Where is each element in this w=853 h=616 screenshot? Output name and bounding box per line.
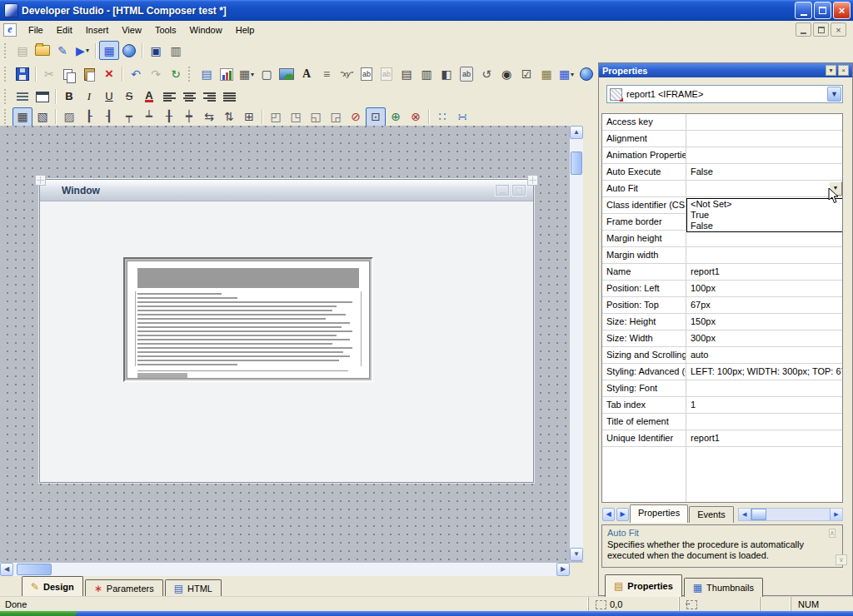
snap-to-grid-button[interactable]: ▧ [32,107,52,127]
paste-button[interactable] [79,65,99,84]
style-window-button[interactable] [32,87,52,107]
tab-parameters[interactable]: ∗Parameters [85,579,163,596]
add-link-button[interactable]: ⊕ [386,107,406,127]
grid-horizontal-scrollbar[interactable]: ◀ ▶ [738,508,843,521]
menu-insert[interactable]: Insert [79,22,116,37]
align-right-edges-button[interactable]: ┨ [99,107,119,127]
tab-properties[interactable]: Properties [630,504,688,523]
remove-link-button[interactable]: ⊗ [406,107,426,127]
tab-html[interactable]: ▤HTML [165,579,222,596]
tab-scroll-left-button[interactable]: ◀ [602,508,615,521]
new-report-button[interactable]: ▤ [12,41,32,60]
relate-bottom-left-button[interactable]: ◱ [306,107,326,127]
property-value[interactable]: 1 [686,397,842,413]
space-across-button[interactable]: ⇆ [199,107,219,127]
property-row-tab-index[interactable]: Tab index1 [602,397,842,414]
toolbar-grip[interactable] [4,89,10,104]
align-left-edges-button[interactable]: ┠ [79,107,99,127]
insert-report-button[interactable]: ▤ [197,65,217,84]
property-row-unique-identifier[interactable]: Unique Identifierreport1 [602,430,842,447]
insert-hyperlink-button[interactable] [576,65,596,84]
unlink-relationship-button[interactable]: ⊘ [346,107,366,127]
grid-scroll-thumb[interactable] [751,509,766,520]
close-button[interactable]: × [833,2,851,19]
center-vertical-button[interactable]: ╂ [159,107,179,127]
canvas-horizontal-scrollbar[interactable]: ◀ ▶ [0,563,570,576]
property-value[interactable] [686,380,842,396]
scroll-right-button[interactable]: ▶ [556,563,570,576]
canvas-vertical-scrollbar[interactable]: ▲ ▼ [570,126,583,561]
edit-report-button[interactable]: ✎ [52,41,72,60]
refresh-button[interactable]: ↻ [166,65,186,84]
toolbar-grip[interactable] [188,67,194,82]
insert-image-button[interactable] [277,65,297,84]
property-row-margin-width[interactable]: Margin width [602,247,842,264]
run-dropdown-arrow-icon[interactable]: ▾ [86,47,89,54]
align-center-button[interactable] [179,87,199,107]
form-title-bar[interactable]: Window [40,180,533,201]
insert-textarea-button[interactable]: ab [377,65,397,84]
property-row-animation-properties[interactable]: Animation Properties [602,147,842,164]
insert-text-button[interactable]: A [297,65,317,84]
explorer-tree-button[interactable]: ▦ [99,41,119,60]
panel-close-button[interactable]: × [838,65,849,76]
insert-rotation-button[interactable]: ↺ [476,65,496,84]
scroll-left-button[interactable]: ◀ [0,563,13,576]
insert-splitbox-button[interactable]: ◧ [436,65,456,84]
center-in-window-button[interactable]: ⊞ [239,107,259,127]
toolbar-grip[interactable] [4,109,10,124]
grid-scroll-right-icon[interactable]: ▶ [830,509,842,520]
save-button[interactable] [12,65,32,84]
layout-blocks-button[interactable]: ∺ [452,107,472,127]
insert-combobox-button[interactable]: ▤ [397,65,417,84]
insert-chart-button[interactable] [217,65,237,84]
open-button[interactable] [32,41,52,60]
align-left-button[interactable] [159,87,179,107]
panel-pin-button[interactable]: ▾ [826,65,836,76]
property-value[interactable]: 100px [686,281,842,296]
menu-view[interactable]: View [115,22,148,37]
mdi-close-button[interactable]: × [831,22,846,37]
menu-help[interactable]: Help [229,22,262,37]
menu-window[interactable]: Window [183,22,229,37]
property-value[interactable] [686,114,842,130]
panel-splitter[interactable] [583,126,598,576]
insert-xy-field-button[interactable]: "xy" [337,65,357,84]
property-row-margin-height[interactable]: Margin height [602,231,842,247]
cut-button[interactable]: ✂ [39,65,59,84]
property-row-auto-execute[interactable]: Auto ExecuteFalse [602,164,842,181]
tab-design[interactable]: ✎Design [22,576,83,596]
italic-button[interactable]: I [79,87,99,107]
mdi-restore-button[interactable] [813,22,829,37]
show-grid-button[interactable]: ▦ [12,107,32,127]
minimize-button[interactable] [795,2,812,19]
insert-table-dropdown-arrow-icon[interactable]: ▾ [251,71,254,78]
property-value[interactable]: report1 [686,264,842,280]
align-bottom-edges-button[interactable]: ┷ [139,107,159,127]
description-scroll-up-button[interactable]: ∧ [829,529,836,538]
property-row-styling-advanced-css[interactable]: Styling: Advanced (CSS)LEFT: 100px; WIDT… [602,364,842,380]
command-console-button[interactable]: ▣ [146,41,166,60]
designed-window-form[interactable]: Window [39,179,534,483]
property-value[interactable]: 300px [686,330,842,346]
relate-top-right-button[interactable]: ◳ [286,107,306,127]
property-value[interactable] [686,247,842,263]
space-down-button[interactable]: ⇅ [219,107,239,127]
property-value[interactable]: 150px [686,314,842,330]
property-value[interactable] [686,231,842,246]
property-row-auto-fit[interactable]: Auto Fit▼ [602,181,842,197]
font-color-button[interactable]: A [139,87,159,107]
toolbar-grip[interactable] [4,43,10,58]
menu-edit[interactable]: Edit [50,22,79,37]
insert-radio-button[interactable]: ◉ [496,65,516,84]
toolbar-grip[interactable] [4,67,10,82]
insert-grid-button[interactable]: ▦ [536,65,556,84]
property-value[interactable] [686,414,842,430]
menu-tools[interactable]: Tools [148,22,183,37]
data-servers-button[interactable]: ▥ [166,41,186,60]
copy-button[interactable] [59,65,79,84]
panel-tab-properties[interactable]: ▤Properties [605,574,682,597]
property-row-access-key[interactable]: Access key [602,114,842,131]
tab-order-button[interactable]: ∷ [432,107,452,127]
property-row-title-of-element[interactable]: Title of element [602,414,842,430]
